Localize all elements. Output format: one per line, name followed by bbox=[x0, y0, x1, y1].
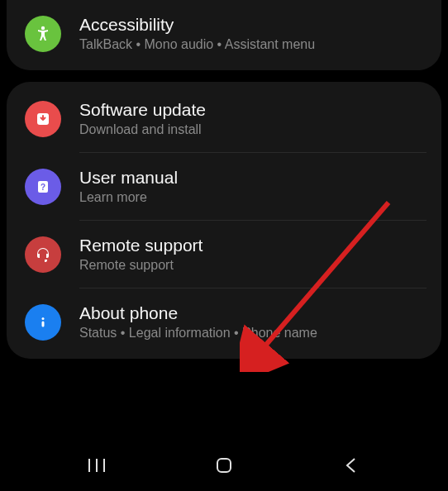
svg-rect-5 bbox=[42, 321, 45, 327]
svg-text:?: ? bbox=[41, 183, 45, 192]
item-text: Remote support Remote support bbox=[79, 236, 423, 273]
headset-icon bbox=[25, 236, 61, 273]
settings-item-accessibility[interactable]: Accessibility TalkBack • Mono audio • As… bbox=[7, 0, 441, 67]
item-text: User manual Learn more bbox=[79, 168, 423, 205]
item-subtitle: Remote support bbox=[79, 258, 423, 273]
item-title: Accessibility bbox=[79, 15, 423, 35]
item-text: Software update Download and install bbox=[79, 100, 423, 137]
download-icon bbox=[25, 101, 61, 137]
svg-point-4 bbox=[42, 317, 45, 320]
manual-icon: ? bbox=[25, 169, 61, 205]
info-icon bbox=[25, 304, 61, 341]
item-title: Software update bbox=[79, 100, 423, 120]
settings-item-software-update[interactable]: Software update Download and install bbox=[7, 85, 441, 152]
svg-rect-11 bbox=[217, 459, 231, 472]
back-button[interactable] bbox=[318, 449, 384, 482]
settings-group-2: Software update Download and install ? U… bbox=[7, 82, 441, 359]
accessibility-icon bbox=[25, 16, 61, 52]
home-button[interactable] bbox=[191, 449, 257, 482]
item-subtitle: TalkBack • Mono audio • Assistant menu bbox=[79, 37, 423, 52]
settings-item-about-phone[interactable]: About phone Status • Legal information •… bbox=[7, 288, 441, 355]
recents-button[interactable] bbox=[64, 449, 130, 482]
item-title: About phone bbox=[79, 303, 423, 323]
settings-item-user-manual[interactable]: ? User manual Learn more bbox=[7, 153, 441, 220]
item-subtitle: Download and install bbox=[79, 122, 423, 137]
item-subtitle: Status • Legal information • Phone name bbox=[79, 326, 423, 341]
item-title: Remote support bbox=[79, 236, 423, 255]
item-subtitle: Learn more bbox=[79, 190, 423, 205]
item-title: User manual bbox=[79, 168, 423, 188]
item-text: About phone Status • Legal information •… bbox=[79, 303, 423, 341]
navigation-bar bbox=[0, 440, 448, 491]
settings-item-remote-support[interactable]: Remote support Remote support bbox=[7, 221, 441, 288]
svg-point-0 bbox=[41, 26, 45, 29]
settings-group-1: Accessibility TalkBack • Mono audio • As… bbox=[7, 0, 441, 70]
item-text: Accessibility TalkBack • Mono audio • As… bbox=[79, 15, 423, 52]
